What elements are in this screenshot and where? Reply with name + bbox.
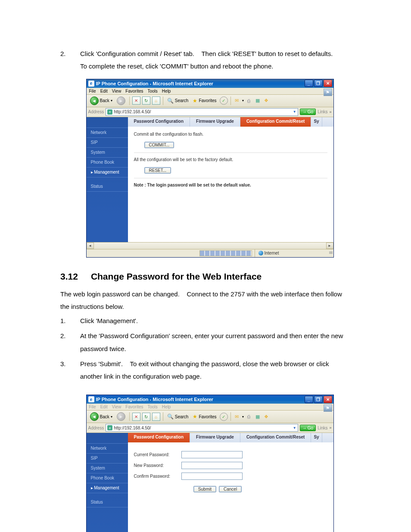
tab-firmware-upgrade[interactable]: Firmware Upgrade [190, 117, 240, 127]
edit-icon[interactable]: ▦ [254, 413, 261, 420]
search-icon: 🔍 [167, 414, 174, 420]
menu-tools[interactable]: Tools [147, 404, 157, 409]
search-button[interactable]: 🔍 Search [166, 97, 190, 104]
chevron-down-icon: ▾ [242, 415, 244, 419]
stop-icon[interactable]: ✕ [132, 413, 140, 421]
links-label[interactable]: Links [318, 109, 327, 114]
menu-favorites[interactable]: Favorites [125, 404, 143, 409]
close-button[interactable]: ✕ [324, 80, 332, 87]
scroll-right-icon[interactable]: ► [326, 243, 333, 249]
address-url: http://192.168.4.50/ [114, 109, 151, 114]
edit-icon[interactable]: ▦ [254, 97, 261, 104]
forward-icon: ► [117, 412, 125, 421]
browser-toolbar: ◄ Back ▾ ► ✕ ↻ ⌂ 🔍 Search ★ Favor [87, 411, 333, 423]
history-icon[interactable]: ✓ [220, 413, 228, 421]
menu-edit[interactable]: Edit [100, 89, 108, 93]
print-icon[interactable]: ⎙ [246, 413, 252, 420]
commit-button[interactable]: COMMIT... [144, 142, 174, 148]
minimize-button[interactable]: _ [305, 80, 313, 87]
discuss-icon[interactable]: ❖ [263, 413, 270, 420]
menu-help[interactable]: Help [162, 404, 171, 409]
input-new-password[interactable] [181, 462, 243, 469]
mail-icon[interactable]: ✉ [234, 97, 240, 104]
address-input[interactable]: e http://192.168.4.50/ ▼ [106, 108, 298, 116]
config-sidebar: Network SIP System Phone Book Management… [87, 433, 128, 532]
tab-password-configuration[interactable]: Password Configuration [128, 117, 190, 127]
sidebar-item-management[interactable]: Management [87, 483, 128, 493]
sidebar-item-status[interactable]: Status [87, 498, 128, 507]
menu-edit[interactable]: Edit [100, 404, 108, 409]
input-confirm-password[interactable] [181, 473, 243, 480]
sidebar-item-phone-book[interactable]: Phone Book [87, 473, 128, 483]
tab-config-commit-reset[interactable]: Configuration Commit/Reset [240, 433, 311, 442]
minimize-button[interactable]: _ [305, 396, 313, 403]
section-intro: The web login password can be changed. C… [60, 288, 359, 313]
sidebar-item-system[interactable]: System [87, 464, 128, 473]
forward-icon: ► [117, 96, 125, 105]
menu-file[interactable]: File [89, 89, 96, 93]
refresh-icon[interactable]: ↻ [142, 413, 150, 421]
stop-icon[interactable]: ✕ [132, 96, 140, 105]
restore-button[interactable]: ❐ [314, 396, 323, 403]
forward-button[interactable]: ► [115, 96, 127, 106]
sidebar-item-network[interactable]: Network [87, 443, 128, 454]
address-dropdown-icon[interactable]: ▼ [293, 110, 296, 114]
label-current-password: Current Password: [134, 452, 181, 457]
discuss-icon[interactable]: ❖ [263, 97, 270, 104]
browser-toolbar: ◄ Back ▾ ► ✕ ↻ ⌂ 🔍 Search ★ Favor [87, 95, 333, 107]
sidebar-item-status[interactable]: Status [87, 182, 128, 192]
cancel-button[interactable]: Cancel [219, 486, 242, 492]
ie-logo-icon: e [88, 81, 94, 87]
favorites-button[interactable]: ★ Favorites [191, 97, 218, 104]
go-button[interactable]: →Go [300, 425, 316, 431]
sidebar-item-network[interactable]: Network [87, 128, 128, 138]
menu-tools[interactable]: Tools [147, 89, 157, 93]
forward-button[interactable]: ► [115, 412, 127, 421]
menu-favorites[interactable]: Favorites [125, 89, 143, 93]
history-icon[interactable]: ✓ [220, 96, 228, 105]
back-button[interactable]: ◄ Back ▾ [89, 96, 114, 106]
maximize-button[interactable]: ❐ [314, 80, 323, 87]
home-icon[interactable]: ⌂ [152, 96, 160, 105]
submit-button[interactable]: Submit [193, 486, 216, 492]
search-button[interactable]: 🔍 Search [166, 413, 190, 420]
reset-button[interactable]: RESET... [144, 167, 171, 174]
sidebar-item-sip[interactable]: SIP [87, 138, 128, 148]
menu-file[interactable]: File [89, 404, 96, 409]
home-icon[interactable]: ⌂ [152, 413, 160, 421]
close-button[interactable]: ✕ [324, 396, 332, 403]
tab-config-commit-reset[interactable]: Configuration Commit/Reset [240, 117, 311, 127]
tab-password-configuration[interactable]: Password Configuration [128, 433, 190, 442]
reset-description: All the configuration will be set to the… [134, 157, 327, 162]
menu-view[interactable]: View [112, 404, 121, 409]
tab-firmware-upgrade[interactable]: Firmware Upgrade [190, 433, 240, 442]
address-bar: Address e http://192.168.4.50/ ▼ →Go Lin… [87, 107, 333, 117]
section-number: 3.12 [60, 271, 78, 282]
menu-help[interactable]: Help [162, 89, 171, 93]
refresh-icon[interactable]: ↻ [142, 96, 150, 105]
sidebar-item-sip[interactable]: SIP [87, 454, 128, 464]
back-button[interactable]: ◄ Back ▾ [89, 412, 114, 421]
horizontal-scrollbar[interactable]: ◄ ► [87, 242, 333, 249]
tab-sy[interactable]: Sy [311, 117, 322, 127]
address-dropdown-icon[interactable]: ▼ [293, 426, 296, 430]
favorites-button[interactable]: ★ Favorites [191, 413, 218, 420]
print-icon[interactable]: ⎙ [246, 97, 252, 104]
input-current-password[interactable] [181, 451, 243, 458]
sidebar-item-system[interactable]: System [87, 148, 128, 158]
sidebar-item-management[interactable]: Management [87, 168, 128, 177]
url-page-icon: e [107, 109, 112, 115]
go-button[interactable]: →Go [300, 109, 316, 115]
links-label[interactable]: Links [318, 426, 327, 430]
address-input[interactable]: e http://192.168.4.50/ ▼ [106, 424, 298, 432]
step-2-number: 2. [60, 47, 80, 73]
progress-indicator [199, 250, 252, 256]
mail-icon[interactable]: ✉ [234, 413, 240, 420]
scroll-left-icon[interactable]: ◄ [87, 243, 94, 249]
menu-view[interactable]: View [112, 89, 121, 93]
sidebar-item-phone-book[interactable]: Phone Book [87, 158, 128, 168]
tab-sy[interactable]: Sy [311, 433, 322, 442]
status-bar: Internet [87, 249, 333, 257]
globe-icon [258, 251, 263, 255]
screenshot-password-configuration: e IP Phone Configuration - Microsoft Int… [86, 395, 334, 532]
